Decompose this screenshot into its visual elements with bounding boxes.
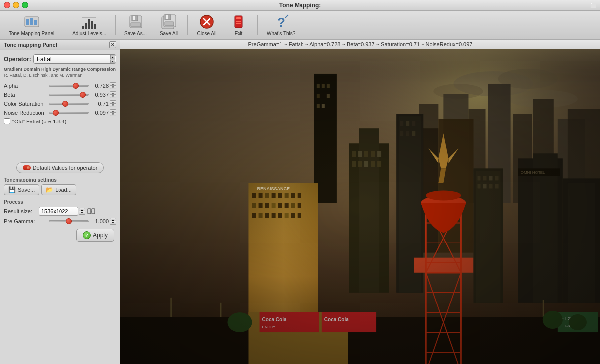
window-controls[interactable] (4, 2, 28, 8)
svg-rect-2 (30, 18, 33, 25)
noise-reduction-spinner-up[interactable]: ▲ (110, 109, 116, 113)
svg-rect-6 (88, 19, 90, 29)
pre-gamma-spinner-up[interactable]: ▲ (110, 218, 116, 221)
algo-title: Gradient Domain High Dynamic Range Compr… (4, 67, 116, 73)
noise-reduction-spinner[interactable]: ▲ ▼ (110, 109, 116, 116)
algo-description: Gradient Domain High Dynamic Range Compr… (4, 67, 116, 78)
toolbar-label-close-all: Close All (197, 31, 217, 36)
close-all-icon (199, 14, 215, 30)
toolbar-label-exit: Exit (235, 31, 243, 36)
toolbar-btn-exit[interactable]: Exit (224, 12, 253, 38)
load-settings-button[interactable]: 📂 Load... (41, 184, 76, 195)
title-bar: Tone Mapping: ⬜ (0, 0, 600, 11)
pre-gamma-value: 1.000 (91, 218, 109, 224)
color-saturation-slider[interactable] (49, 103, 89, 105)
result-size-spinner[interactable]: ▲ ▼ (79, 208, 85, 215)
alpha-value: 0.728 (91, 83, 109, 89)
pre-gamma-spinner-down[interactable]: ▼ (110, 221, 116, 225)
result-size-spinner-up[interactable]: ▲ (79, 208, 85, 211)
apply-icon: ✓ (83, 231, 91, 239)
pre-gamma-slider-wrapper[interactable] (49, 218, 89, 225)
svg-rect-28 (92, 209, 95, 214)
window-resize-icon: ⬜ (590, 3, 596, 8)
alpha-slider-wrapper[interactable] (49, 82, 89, 89)
toolbar-label-save-all: Save All (160, 31, 178, 36)
svg-rect-17 (166, 15, 168, 19)
noise-reduction-slider[interactable] (49, 112, 89, 114)
panel-header: Tone mapping Panel ✕ (0, 40, 120, 50)
svg-rect-13 (131, 23, 141, 27)
alpha-spinner[interactable]: ▲ ▼ (110, 82, 116, 89)
operator-select-wrapper[interactable]: Fattal Drago Durand Mantiuk Reinhard02 R… (33, 54, 116, 64)
alpha-spinner-down[interactable]: ▼ (110, 86, 116, 89)
pre-gamma-label: Pre Gamma: (4, 218, 49, 224)
color-saturation-spinner-down[interactable]: ▼ (110, 104, 116, 107)
old-fattal-checkbox[interactable] (4, 118, 10, 124)
svg-rect-157 (120, 49, 600, 84)
color-saturation-value: 0.71 (91, 101, 109, 107)
apply-button[interactable]: ✓ Apply (76, 229, 114, 242)
toolbar-btn-save-as[interactable]: Save As... (120, 12, 152, 38)
color-saturation-spinner[interactable]: ▲ ▼ (110, 100, 116, 107)
result-size-link-icon (87, 207, 95, 215)
save-as-icon (128, 14, 144, 30)
svg-rect-18 (165, 22, 174, 26)
noise-reduction-slider-row: Noise Reduction 0.097 ▲ ▼ (4, 109, 116, 116)
save-settings-button[interactable]: 💾 Save... (4, 184, 39, 195)
left-panel: Tone mapping Panel ✕ Operator: Fattal Dr… (0, 40, 120, 364)
noise-reduction-value: 0.097 (91, 110, 109, 116)
beta-slider-wrapper[interactable] (49, 91, 89, 98)
old-fattal-row: "Old" Fattal (pre 1.8.4) (4, 118, 116, 124)
close-button[interactable] (4, 2, 10, 8)
alpha-spinner-up[interactable]: ▲ (110, 82, 116, 86)
toolbar-btn-save-all[interactable]: Save All (154, 12, 183, 38)
default-btn-label: Default Values for operator (33, 165, 98, 171)
result-size-input[interactable] (39, 207, 78, 216)
toolbar-btn-close-all[interactable]: Close All (192, 12, 222, 38)
toolbar-separator-4 (257, 15, 258, 35)
spacer-1 (4, 128, 116, 158)
image-info-bar: PreGamma=1 ~ Fattal: ~ Alpha=0.728 ~ Bet… (120, 40, 600, 49)
alpha-slider[interactable] (49, 85, 89, 87)
adjust-levels-icon (81, 14, 97, 30)
toolbar-separator-2 (115, 15, 116, 35)
toolbar-separator-3 (187, 15, 188, 35)
toolbar-btn-tone-mapping-panel[interactable]: Tone Mapping Panel (4, 12, 59, 38)
beta-spinner[interactable]: ▲ ▼ (110, 91, 116, 98)
apply-btn-label: Apply (93, 232, 108, 239)
noise-reduction-spinner-down[interactable]: ▼ (110, 113, 116, 116)
old-fattal-label: "Old" Fattal (pre 1.8.4) (12, 119, 66, 124)
noise-reduction-slider-wrapper[interactable] (49, 109, 89, 116)
panel-close-button[interactable]: ✕ (109, 41, 116, 48)
window-title: Tone Mapping: (279, 2, 321, 9)
svg-rect-24 (236, 21, 241, 22)
image-area: PreGamma=1 ~ Fattal: ~ Alpha=0.728 ~ Bet… (120, 40, 600, 364)
result-size-spinner-down[interactable]: ▼ (79, 211, 85, 215)
toolbar: Tone Mapping Panel Adjust Levels... (0, 11, 600, 40)
pre-gamma-spinner[interactable]: ▲ ▼ (110, 218, 116, 225)
color-saturation-spinner-up[interactable]: ▲ (110, 100, 116, 104)
svg-rect-7 (91, 21, 93, 29)
minimize-button[interactable] (13, 2, 19, 8)
beta-spinner-down[interactable]: ▼ (110, 95, 116, 98)
beta-spinner-up[interactable]: ▲ (110, 91, 116, 95)
default-values-button[interactable]: Default Values for operator (16, 162, 104, 173)
pre-gamma-slider[interactable] (49, 220, 89, 222)
whats-this-icon: ? (273, 14, 289, 30)
exit-icon (231, 14, 246, 30)
maximize-button[interactable] (22, 2, 28, 8)
alpha-slider-row: Alpha 0.728 ▲ ▼ (4, 82, 116, 89)
color-saturation-slider-wrapper[interactable] (49, 100, 89, 107)
svg-rect-4 (82, 26, 84, 29)
beta-slider-row: Beta 0.937 ▲ ▼ (4, 91, 116, 98)
default-btn-icon (23, 165, 31, 170)
operator-select[interactable]: Fattal Drago Durand Mantiuk Reinhard02 R… (33, 54, 116, 64)
noise-reduction-label: Noise Reduction (4, 110, 49, 116)
svg-rect-8 (94, 24, 96, 29)
beta-slider[interactable] (49, 94, 89, 96)
save-icon: 💾 (8, 186, 16, 193)
svg-rect-27 (88, 209, 91, 214)
toolbar-btn-adjust-levels[interactable]: Adjust Levels... (67, 12, 111, 38)
toolbar-btn-whats-this[interactable]: ? What's This? (262, 12, 300, 38)
tonemapping-settings-label: Tonemapping settings (4, 177, 116, 182)
